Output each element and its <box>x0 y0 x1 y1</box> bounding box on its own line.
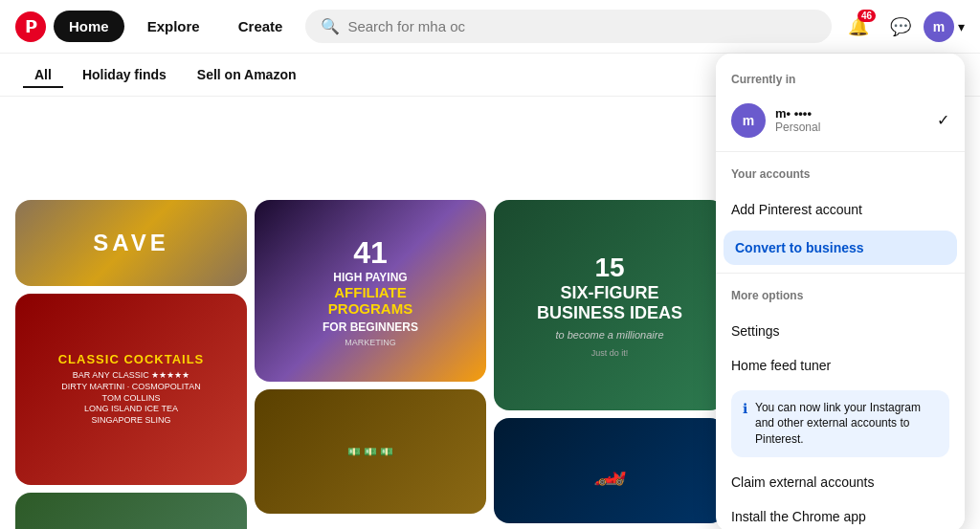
notification-badge: 46 <box>858 10 876 22</box>
pin-affiliate-line3: FOR BEGINNERS <box>323 320 418 334</box>
add-account-item[interactable]: Add Pinterest account <box>716 192 965 227</box>
account-type: Personal <box>775 121 927 134</box>
masonry-col-2: 41 HIGH PAYING AFFILIATEPROGRAMS FOR BEG… <box>255 200 486 529</box>
settings-item[interactable]: Settings <box>716 314 965 348</box>
instagram-info-box: ℹ You can now link your Instagram and ot… <box>731 390 949 457</box>
home-button[interactable]: Home <box>54 11 124 42</box>
tab-holiday-finds[interactable]: Holiday finds <box>71 61 178 88</box>
currently-in-label: Currently in <box>731 73 949 86</box>
pin-plants[interactable]: 20 WILD PLANTS YOU CAN EAT IN THE WILDER… <box>15 493 247 529</box>
pin-money[interactable]: 💵 💵 💵 <box>255 389 486 514</box>
divider-1 <box>716 151 965 152</box>
account-checkmark: ✓ <box>937 111 949 129</box>
pin-affiliate-sub: MARKETING <box>345 338 396 347</box>
divider-2 <box>716 273 965 274</box>
pin-business-line2: BUSINESS IDEAS <box>537 303 682 323</box>
pin-affiliate[interactable]: 41 HIGH PAYING AFFILIATEPROGRAMS FOR BEG… <box>255 200 486 382</box>
pin-car-emoji: 🏎️ <box>593 455 627 487</box>
masonry-col-3: 15 SIX-FIGURE BUSINESS IDEAS to become a… <box>494 200 725 529</box>
pin-affiliate-num: 41 <box>353 235 388 271</box>
info-text: You can now link your Instagram and othe… <box>755 400 938 448</box>
pin-affiliate-line1: HIGH PAYING <box>333 271 407 284</box>
messages-button[interactable]: 💬 <box>881 8 920 46</box>
pin-business-cta: Just do it! <box>591 348 629 358</box>
currently-in-section: Currently in <box>716 65 965 98</box>
your-accounts-section: Your accounts <box>716 160 965 192</box>
pin-money-text: 💵 💵 💵 <box>347 446 393 458</box>
current-account[interactable]: m m• •••• Personal ✓ <box>716 98 965 143</box>
pin-business-line1: SIX-FIGURE <box>560 283 658 303</box>
nav-right: 🔔 46 💬 m ▾ Currently in m m• •••• Person… <box>839 8 965 46</box>
convert-to-business-item[interactable]: Convert to business <box>724 231 957 265</box>
claim-accounts-item[interactable]: Claim external accounts <box>716 465 965 499</box>
masonry-col-1: SAVE CLASSIC COCKTAILS BAR ANY CLASSIC ★… <box>15 200 247 529</box>
pin-car[interactable]: 🏎️ <box>494 418 725 523</box>
pin-cocktails[interactable]: CLASSIC COCKTAILS BAR ANY CLASSIC ★★★★★D… <box>15 294 247 485</box>
pin-cocktails-title: CLASSIC COCKTAILS <box>58 352 205 366</box>
tab-all[interactable]: All <box>23 61 63 88</box>
info-icon: ℹ <box>743 401 747 416</box>
home-feed-item[interactable]: Home feed tuner <box>716 348 965 383</box>
account-name-masked: m• •••• <box>775 106 927 121</box>
your-accounts-label: Your accounts <box>731 167 949 181</box>
more-options-section: More options <box>716 281 965 314</box>
pin-save-text: SAVE <box>93 230 169 256</box>
pin-business-sub: to become a millionaire <box>555 329 663 341</box>
account-info: m• •••• Personal <box>775 106 927 134</box>
notifications-button[interactable]: 🔔 46 <box>839 8 878 46</box>
account-chevron-button[interactable]: ▾ <box>958 19 965 34</box>
pin-cocktails-sub: BAR ANY CLASSIC ★★★★★DIRTY MARTINI · COS… <box>61 370 200 426</box>
pin-business[interactable]: 15 SIX-FIGURE BUSINESS IDEAS to become a… <box>494 200 725 410</box>
navbar: 𝗣 Home Explore Create 🔍 🔔 46 💬 m ▾ Curre… <box>0 0 980 54</box>
create-button[interactable]: Create <box>223 11 299 42</box>
account-avatar: m <box>731 103 766 138</box>
pin-affiliate-line2: AFFILIATEPROGRAMS <box>328 284 412 317</box>
pin-business-num: 15 <box>594 253 624 283</box>
pinterest-logo-icon: 𝗣 <box>25 16 37 37</box>
chat-icon: 💬 <box>890 16 911 37</box>
pinterest-logo[interactable]: 𝗣 <box>15 11 46 42</box>
search-bar: 🔍 <box>305 10 832 43</box>
pin-save[interactable]: SAVE <box>15 200 247 286</box>
install-chrome-item[interactable]: Install the Chrome app <box>716 499 965 529</box>
explore-button[interactable]: Explore <box>132 11 215 42</box>
avatar[interactable]: m <box>924 11 954 42</box>
more-options-label: More options <box>731 289 949 302</box>
account-dropdown: Currently in m m• •••• Personal ✓ Your a… <box>716 54 965 530</box>
tab-sell-amazon[interactable]: Sell on Amazon <box>186 61 308 88</box>
search-icon: 🔍 <box>321 17 340 35</box>
search-input[interactable] <box>347 18 816 34</box>
